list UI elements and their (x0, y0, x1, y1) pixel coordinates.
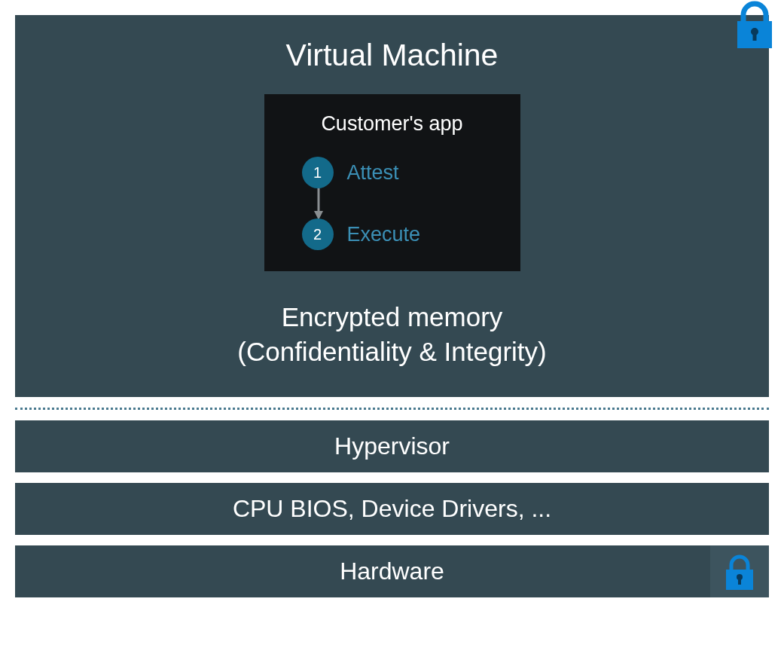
step-label: Execute (347, 223, 421, 246)
step-attest: 1 Attest (302, 157, 499, 188)
step-number-badge: 1 (302, 157, 334, 188)
lock-icon (733, 0, 776, 53)
arrow-down-icon (318, 188, 319, 218)
step-execute: 2 Execute (302, 218, 499, 250)
divider-dotted (15, 408, 769, 410)
customer-app-box: Customer's app 1 Attest 2 Execute (264, 94, 520, 271)
cpu-bios-layer: CPU BIOS, Device Drivers, ... (15, 483, 769, 535)
encrypted-memory-label: Encrypted memory (Confidentiality & Inte… (15, 300, 769, 368)
svg-rect-2 (753, 33, 757, 41)
vm-title: Virtual Machine (15, 38, 769, 73)
lock-icon (710, 545, 769, 597)
app-title: Customer's app (285, 112, 499, 136)
hardware-layer: Hardware (15, 545, 769, 597)
virtual-machine-box: Virtual Machine Customer's app 1 Attest … (15, 15, 769, 397)
svg-rect-7 (738, 579, 741, 585)
step-label: Attest (347, 161, 399, 185)
hypervisor-layer: Hypervisor (15, 420, 769, 472)
step-number-badge: 2 (302, 218, 334, 250)
